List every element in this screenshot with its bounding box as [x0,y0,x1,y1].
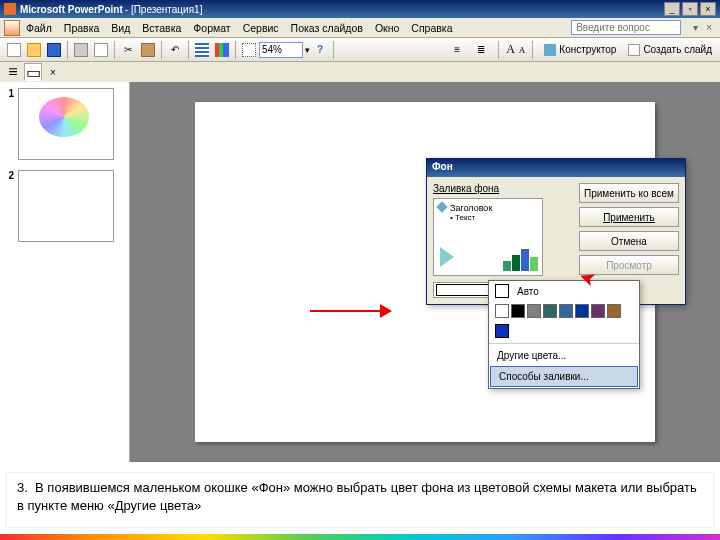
control-menu-icon[interactable] [4,20,20,36]
color-popup: Авто Другие цвета... Способы заливки... [488,280,640,389]
slides-tab[interactable]: ▭ [24,63,42,81]
restore-button[interactable]: ▫ [682,2,698,16]
thumb-2[interactable]: 2 [4,170,125,242]
new-doc-button[interactable] [5,41,23,59]
menu-dropdown-icon[interactable]: ▾ [693,22,698,33]
thumb-number: 1 [4,88,14,160]
menu-slideshow[interactable]: Показ слайдов [291,22,363,34]
workspace: 1 2 Фон Заливка фона Заголовок • Текст [0,82,720,462]
theme-color-row [489,301,639,321]
app-title: Microsoft PowerPoint [20,4,123,15]
fill-effects-item[interactable]: Способы заливки... [490,366,638,387]
pane-tabs: ≡ ▭ × [0,62,720,82]
thumb-slide-2[interactable] [18,170,114,242]
font-decrease-button[interactable]: A [519,45,526,55]
thumb-slide-1[interactable] [18,88,114,160]
print-button[interactable] [72,41,90,59]
color-swatch[interactable] [607,304,621,318]
color-swatch[interactable] [591,304,605,318]
thumbnail-pane: 1 2 [0,82,130,462]
more-colors-item[interactable]: Другие цвета... [489,346,639,365]
zoom-combo[interactable] [259,42,303,58]
apply-button[interactable]: Применить [579,207,679,227]
menu-view[interactable]: Вид [111,22,130,34]
decorative-color-strip [0,534,720,540]
open-button[interactable] [25,41,43,59]
doc-title: - [Презентация1] [125,4,203,15]
auto-swatch [495,284,509,298]
bullets-button[interactable]: ≡ [448,41,466,59]
chart-button[interactable] [213,41,231,59]
help-icon[interactable]: ? [311,41,329,59]
color-swatch[interactable] [575,304,589,318]
color-swatch[interactable] [559,304,573,318]
outline-tab[interactable]: ≡ [4,63,22,81]
preview-title-text: Заголовок [450,203,538,213]
color-swatch[interactable] [527,304,541,318]
help-question-input[interactable] [571,20,681,35]
menu-tools[interactable]: Сервис [243,22,279,34]
cut-button[interactable]: ✂ [119,41,137,59]
menu-help[interactable]: Справка [411,22,452,34]
color-swatch[interactable] [511,304,525,318]
zoom-dropdown-icon[interactable]: ▾ [305,45,310,55]
pane-close-button[interactable]: × [50,67,56,78]
app-icon [4,3,16,15]
menu-window[interactable]: Окно [375,22,399,34]
color-swatch[interactable] [495,324,509,338]
arrow-shape-icon [440,247,454,267]
standard-toolbar: ✂ ↶ ▾ ? ≡ ≣ A A Конструктор Создать слай… [0,38,720,62]
recent-color-row [489,321,639,341]
table-button[interactable] [193,41,211,59]
minimize-button[interactable]: _ [664,2,680,16]
fill-preview: Заголовок • Текст [433,198,543,276]
undo-button[interactable]: ↶ [166,41,184,59]
slide-editor: Фон Заливка фона Заголовок • Текст [130,82,720,462]
preview-bullet-text: • Текст [450,213,538,222]
grid-button[interactable] [240,41,258,59]
annotation-arrow-2 [310,310,390,312]
menu-bar: Файл Правка Вид Вставка Формат Сервис По… [0,18,720,38]
window-titlebar: Microsoft PowerPoint - [Презентация1] _ … [0,0,720,18]
thumb-1[interactable]: 1 [4,88,125,160]
close-button[interactable]: × [700,2,716,16]
fill-group-label: Заливка фона [433,183,573,194]
numbering-button[interactable]: ≣ [472,41,490,59]
menu-format[interactable]: Формат [193,22,230,34]
menu-edit[interactable]: Правка [64,22,99,34]
menu-file[interactable]: Файл [26,22,52,34]
thumb-number: 2 [4,170,14,242]
menu-insert[interactable]: Вставка [142,22,181,34]
auto-color-item[interactable]: Авто [489,281,639,301]
font-increase-button[interactable]: A [506,42,515,57]
apply-all-button[interactable]: Применить ко всем [579,183,679,203]
save-button[interactable] [45,41,63,59]
cancel-button[interactable]: Отмена [579,231,679,251]
preview-button[interactable] [92,41,110,59]
bars-icon [503,249,538,271]
doc-close-button[interactable]: × [706,22,712,33]
new-slide-button[interactable]: Создать слайд [624,43,716,57]
color-swatch[interactable] [495,304,509,318]
diamond-icon [436,201,447,212]
instruction-caption: 3. В появившемся маленьком окошке «Фон» … [6,472,714,528]
color-swatch[interactable] [543,304,557,318]
auto-label: Авто [517,286,539,297]
dialog-title: Фон [427,159,685,177]
paste-button[interactable] [139,41,157,59]
designer-button[interactable]: Конструктор [540,43,620,57]
